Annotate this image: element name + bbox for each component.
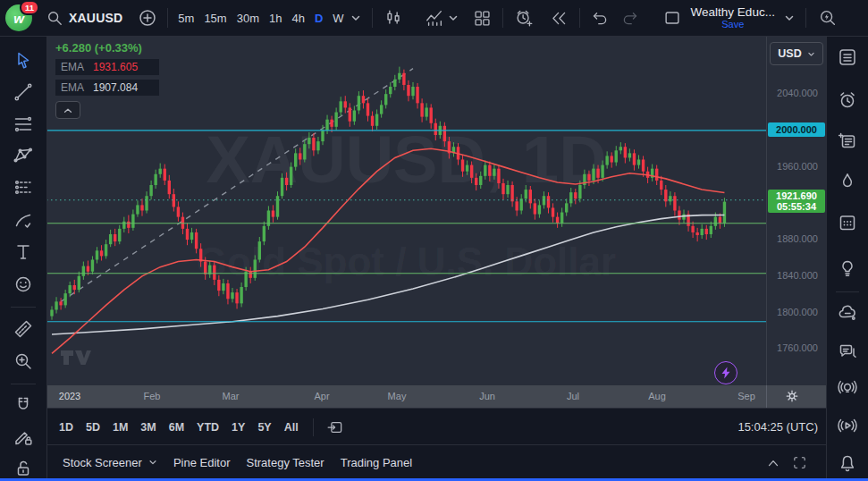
chat-button[interactable] — [837, 340, 858, 361]
range-5d[interactable]: 5D — [86, 421, 100, 434]
currency-label: USD — [778, 47, 801, 60]
cursor-icon — [13, 50, 34, 72]
redo-button[interactable] — [620, 9, 639, 28]
indicator-row-ema-1[interactable]: EMA 1931.605 — [55, 59, 159, 75]
candlestick-icon — [383, 8, 403, 28]
maximize-icon[interactable] — [792, 455, 807, 470]
hotlists-button[interactable] — [837, 171, 858, 192]
ideas-button[interactable] — [837, 257, 858, 279]
timeframe-1d[interactable]: D — [315, 12, 323, 25]
trend-line-tool-button[interactable] — [13, 81, 34, 103]
chart-style-button[interactable] — [383, 8, 403, 28]
tab-label: Stock Screener — [63, 456, 142, 469]
time-tick: May — [388, 391, 407, 401]
go-to-date-button[interactable] — [326, 418, 344, 436]
calendar-button[interactable] — [837, 212, 858, 233]
range-5y[interactable]: 5Y — [257, 421, 271, 434]
axis-settings-button[interactable] — [783, 387, 801, 405]
toolbar-divider — [11, 307, 36, 308]
forecast-tool-button[interactable] — [13, 177, 34, 198]
calendar-icon — [837, 212, 858, 233]
chevron-down-icon — [448, 13, 459, 23]
layout-template-button[interactable] — [662, 8, 682, 28]
magnet-mode-button[interactable] — [13, 394, 34, 416]
horizontal-lines-icon — [13, 114, 34, 135]
zoom-in-tool-button[interactable] — [13, 350, 34, 372]
save-label[interactable]: Save — [721, 19, 744, 30]
range-1d[interactable]: 1D — [59, 421, 73, 434]
chart-pane[interactable]: XAUUSD, 1D Gold Spot / U.S. Dollar +6.28… — [46, 36, 766, 385]
tab-strategy-tester[interactable]: Strategy Tester — [246, 456, 324, 469]
zoom-in-icon — [13, 350, 34, 372]
range-ytd[interactable]: YTD — [197, 421, 219, 434]
toolbar-separator — [167, 8, 168, 28]
line-price-badge: 2000.000 — [768, 122, 825, 137]
brush-tool-button[interactable] — [13, 209, 34, 231]
pattern-tool-button[interactable] — [13, 145, 34, 166]
expand-panel-icon[interactable] — [765, 456, 781, 468]
horizontal-lines-tool-button[interactable] — [13, 114, 34, 135]
indicators-menu-button[interactable] — [448, 13, 459, 23]
layout-name-button[interactable]: Wealthy Educ... Save — [691, 6, 775, 30]
alerts-button[interactable] — [837, 89, 858, 111]
indicators-button[interactable] — [425, 8, 444, 28]
timeframe-4h[interactable]: 4h — [291, 12, 304, 25]
watchlist-button[interactable] — [837, 46, 858, 68]
axis-divider — [766, 385, 767, 408]
compare-add-symbol-button[interactable] — [139, 9, 156, 27]
ruler-icon — [13, 318, 34, 340]
broadcast-bulb-icon — [837, 377, 858, 399]
range-3m[interactable]: 3M — [140, 421, 156, 434]
indicator-row-ema-2[interactable]: EMA 1907.084 — [55, 80, 159, 96]
price-axis[interactable]: USD 2040.0001960.0001880.0001840.0001800… — [766, 36, 828, 385]
timeframe-1w[interactable]: W — [333, 12, 343, 25]
cursor-tool-button[interactable] — [13, 50, 34, 72]
legend-collapse-button[interactable] — [55, 101, 80, 119]
undo-button[interactable] — [591, 9, 610, 28]
range-bar-divider — [313, 418, 314, 436]
time-axis[interactable]: 2023FebMarAprMayJunJulAugSep — [46, 385, 827, 408]
bar-replay-button[interactable] — [550, 9, 569, 28]
chat-bubbles-icon — [837, 340, 858, 361]
grid-layout-icon — [473, 9, 492, 28]
minds-button[interactable] — [837, 302, 858, 324]
quick-search-button[interactable] — [818, 8, 838, 28]
layout-grid-button[interactable] — [473, 9, 492, 28]
lightning-bolt-icon — [721, 367, 731, 379]
create-alert-button[interactable] — [514, 8, 534, 28]
instant-trading-button[interactable] — [714, 361, 737, 384]
symbol-search-button[interactable]: XAUUSD — [46, 10, 122, 26]
range-1y[interactable]: 1Y — [232, 421, 245, 434]
measure-tool-button[interactable] — [13, 318, 34, 340]
tab-stock-screener[interactable]: Stock Screener — [63, 456, 157, 469]
lock-all-drawings-button[interactable] — [13, 458, 34, 479]
text-tool-button[interactable] — [13, 241, 34, 263]
currency-selector[interactable]: USD — [770, 42, 823, 65]
lightbulb-icon — [837, 257, 858, 279]
watchlist-icon — [837, 46, 858, 68]
price-tick: 1800.000 — [767, 307, 828, 317]
layout-name: Wealthy Educ... — [691, 6, 775, 20]
streams-button[interactable] — [837, 415, 858, 436]
notification-count-badge: 11 — [20, 0, 39, 15]
range-6m[interactable]: 6M — [169, 421, 184, 434]
tab-trading-panel[interactable]: Trading Panel — [341, 456, 412, 469]
thought-cloud-icon — [837, 302, 858, 324]
utc-clock[interactable]: 15:04:25 (UTC) — [737, 420, 818, 434]
layout-menu-button[interactable] — [784, 13, 795, 23]
live-ideas-button[interactable] — [837, 377, 858, 399]
range-1m[interactable]: 1M — [113, 421, 128, 434]
timeframe-15m[interactable]: 15m — [204, 12, 226, 25]
indicator-name: EMA — [61, 81, 84, 94]
drawing-mode-lock-button[interactable] — [13, 426, 34, 448]
timeframe-5m[interactable]: 5m — [178, 12, 194, 25]
timeframe-30m[interactable]: 30m — [237, 12, 259, 25]
timeframe-menu-button[interactable] — [350, 13, 361, 23]
user-menu-button[interactable]: w 11 — [5, 4, 32, 31]
timeframe-1h[interactable]: 1h — [269, 12, 282, 25]
news-button[interactable] — [837, 131, 858, 152]
emoji-tool-button[interactable] — [13, 274, 34, 295]
notifications-button[interactable] — [837, 452, 858, 474]
range-all[interactable]: All — [284, 421, 299, 434]
tab-pine-editor[interactable]: Pine Editor — [173, 456, 231, 469]
